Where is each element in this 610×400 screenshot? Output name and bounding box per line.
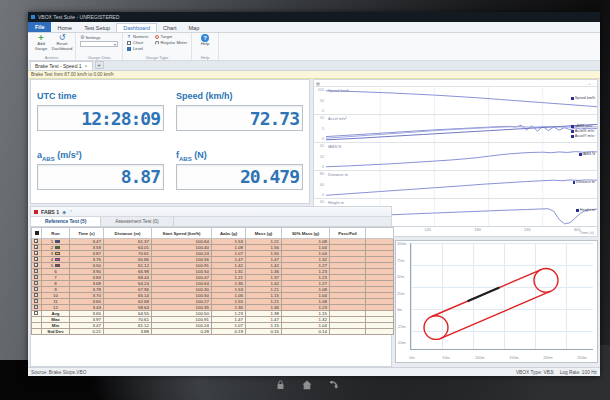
legend-marker-icon: [571, 97, 574, 100]
row-checkbox[interactable]: [34, 299, 38, 303]
y-tick-label: 40: [316, 183, 324, 187]
tab-dashboard[interactable]: Dashboard: [116, 23, 157, 32]
reset-dashboard-label: Reset Dashboard: [52, 42, 72, 51]
subplot-legend: Distance m: [573, 180, 596, 184]
x-tick-label: 300: [574, 227, 581, 232]
gauge-type-regular-meter[interactable]: Regular Meter: [155, 40, 188, 45]
y-tick-label: 80: [316, 172, 324, 176]
tab-reference-test[interactable]: Reference Test (5): [31, 217, 101, 226]
column-header[interactable]: Pass/Fail: [330, 228, 366, 239]
run-number: 8: [54, 281, 56, 286]
series-fABS N: [326, 152, 597, 167]
map-x-tick: 200m: [543, 356, 553, 360]
legend-entry[interactable]: fABS N: [579, 152, 595, 156]
pin-icon[interactable]: ◈: [62, 209, 66, 215]
help-button[interactable]: ? Help: [196, 34, 214, 47]
row-checkbox[interactable]: [34, 287, 38, 291]
map-y-tick: -25m: [397, 325, 406, 329]
row-checkbox[interactable]: ✓: [34, 239, 38, 243]
column-header[interactable]: Run: [42, 228, 70, 239]
subplot-plot: [326, 143, 597, 170]
row-checkbox[interactable]: ✓: [34, 245, 38, 249]
legend-entry[interactable]: aABS m/s²: [571, 124, 595, 128]
results-panel-tab[interactable]: FABS 1: [41, 209, 59, 215]
meter-icon: [155, 41, 159, 45]
collapse-icon[interactable]: ⌃: [69, 209, 73, 215]
row-checkbox[interactable]: [34, 269, 38, 273]
row-checkbox[interactable]: ✓: [34, 251, 38, 255]
run-number: 4: [51, 257, 53, 262]
column-header[interactable]: 90% Mass (g): [282, 228, 330, 239]
map-y-tick: 0m: [397, 308, 402, 312]
gauge-value: 72.73: [250, 108, 299, 129]
row-checkbox[interactable]: [34, 293, 38, 297]
subplot-4[interactable]: Distance m80400Distance m: [314, 170, 597, 198]
zoom-icon[interactable]: ◌: [593, 81, 595, 86]
legend-entry[interactable]: AccelY m/s²: [571, 134, 595, 138]
gauge-data-combobox[interactable]: ▾: [80, 41, 118, 47]
add-tab-button[interactable]: +: [95, 61, 104, 69]
subplot-3[interactable]: fABS N20100fABS N: [314, 142, 597, 170]
column-header[interactable]: [366, 228, 394, 239]
group-label-actions: Actions: [28, 55, 75, 60]
subplot-title: Accel m/s²: [328, 116, 347, 121]
doc-tab-brake-test[interactable]: Brake Test - Speed 1 ×: [30, 61, 93, 70]
tab-file[interactable]: File: [28, 22, 51, 32]
column-header[interactable]: Distance (m): [104, 228, 152, 239]
row-checkbox[interactable]: ✓: [34, 257, 38, 261]
row-checkbox[interactable]: [34, 275, 38, 279]
add-gauge-button[interactable]: + Add Gauge: [32, 34, 50, 51]
gauge-type-chart[interactable]: Chart: [127, 40, 149, 45]
row-checkbox[interactable]: [34, 305, 38, 309]
run-number: 9: [54, 287, 56, 292]
gauge-label: UTC time: [37, 91, 164, 103]
select-all-checkbox[interactable]: [35, 231, 39, 235]
legend-entry[interactable]: Distance m: [573, 180, 596, 184]
results-table-panel: FABS 1 ◈ ⌃ Reference Test (5) Assessment…: [30, 206, 392, 367]
legend-label: aABS m/s²: [575, 124, 593, 128]
x-tick-label: 120: [424, 227, 431, 232]
y-tick-label: 0: [316, 109, 324, 113]
column-header[interactable]: [32, 228, 42, 239]
run-number: 11: [53, 299, 58, 304]
reset-dashboard-button[interactable]: ↺ Reset Dashboard: [53, 34, 71, 51]
legend-entry[interactable]: AccelX m/s²: [571, 129, 595, 133]
column-header[interactable]: Aabs (g): [212, 228, 246, 239]
legend-entry[interactable]: Height m: [576, 208, 595, 212]
y-tick-label: 5: [316, 127, 324, 131]
chart-grid-icon[interactable]: ▦: [316, 81, 320, 86]
row-checkbox[interactable]: [34, 281, 38, 285]
tab-test-setup[interactable]: Test Setup: [78, 24, 116, 32]
tab-chart[interactable]: Chart: [157, 24, 182, 32]
group-label-help: Help: [192, 55, 218, 60]
gauge-type-level[interactable]: Level: [127, 46, 149, 51]
subplot-2[interactable]: Accel m/s²1050aABS m/s²AccelX m/s²AccelY…: [314, 114, 597, 142]
subplot-1[interactable]: Speed km/h100500Speed km/h: [314, 86, 597, 114]
row-checkbox[interactable]: ✓: [34, 263, 38, 267]
gauge-fabs[interactable]: fABS (N) 20.479: [176, 143, 303, 198]
level-icon: [127, 47, 131, 51]
gauge-utc-time[interactable]: UTC time 12:28:09: [37, 84, 164, 139]
results-subtabs: Reference Test (5) Assessment Test (0): [31, 217, 391, 227]
column-header[interactable]: Time (s): [70, 228, 104, 239]
column-header[interactable]: Start Speed (km/h): [152, 228, 212, 239]
crosshair-icon[interactable]: +: [588, 81, 590, 86]
legend-entry[interactable]: Speed km/h: [571, 96, 595, 100]
gauge-type-target[interactable]: Target: [155, 34, 188, 39]
target-icon: [155, 35, 159, 39]
settings-button[interactable]: ⚙ Settings: [80, 34, 118, 40]
gauge-speed[interactable]: Speed (km/h) 72.73: [176, 84, 303, 139]
gauge-type-numeric[interactable]: T Numeric: [127, 34, 149, 39]
tab-assessment-test[interactable]: Assessment Test (0): [101, 217, 173, 226]
y-tick-label: 40: [316, 200, 324, 204]
track-map-panel[interactable]: 0m50m100m150m200m250m100m75m50m25m0m-25m…: [395, 240, 598, 363]
gauge-aabs[interactable]: aABS (m/s²) 8.87: [37, 143, 164, 198]
tab-map[interactable]: Map: [183, 24, 206, 32]
column-header[interactable]: Mass (g): [246, 228, 282, 239]
close-icon[interactable]: ×: [85, 63, 88, 69]
map-y-tick: 25m: [397, 292, 404, 296]
tab-home[interactable]: Home: [51, 24, 78, 32]
summary-checkbox[interactable]: [34, 311, 38, 315]
run-number: 5: [51, 263, 53, 268]
gauge-label: aABS (m/s²): [37, 150, 164, 162]
